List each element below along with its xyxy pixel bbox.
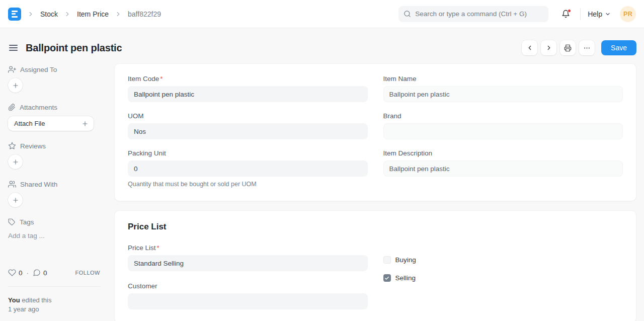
item-name-label: Item Name [383,75,623,83]
item-name-field: Item Name [383,75,623,102]
comment-icon [33,269,41,277]
tags-section: Tags Add a tag ... [8,218,100,239]
selling-checkbox-row[interactable]: Selling [383,274,623,282]
heart-icon [8,269,16,277]
uom-field: UOM [128,112,368,139]
required-marker: * [157,244,159,252]
search-icon [404,10,411,18]
attach-file-label: Attach File [14,120,45,127]
chevron-right-icon [545,44,552,51]
attachments-label: Attachments [20,104,57,111]
help-menu[interactable]: Help [588,10,611,18]
uom-input[interactable] [128,123,368,139]
tag-icon [8,218,16,226]
price-list-card: Price List Price List* Customer [114,210,636,321]
packing-unit-input[interactable] [128,160,368,177]
uom-label: UOM [128,112,368,120]
top-navbar: Stock Item Price baff822f29 Help [0,0,644,28]
dot-separator: · [27,269,29,277]
form-sidebar: Assigned To Attachments Attach File [8,63,100,321]
selling-checkbox[interactable] [383,274,391,282]
buying-checkbox[interactable] [383,256,391,264]
user-plus-icon [8,65,16,73]
comments-button[interactable]: 0 [33,269,47,277]
engagement-row: 0 · 0 FOLLOW [8,269,100,277]
item-name-input[interactable] [383,86,623,102]
notifications-button[interactable] [559,8,572,20]
attachments-section: Attachments Attach File [8,104,100,131]
price-list-field: Price List* [128,244,368,271]
app-logo[interactable] [8,8,21,21]
price-list-label: Price List* [128,244,368,252]
notification-dot [568,9,571,13]
brand-field: Brand [383,112,623,139]
price-list-input[interactable] [128,255,368,271]
brand-input[interactable] [383,123,623,139]
paperclip-icon [8,104,16,111]
reviews-label: Reviews [20,142,46,150]
brand-label: Brand [383,112,623,120]
selling-label: Selling [395,274,416,282]
attach-file-button[interactable]: Attach File [8,116,94,131]
search-input[interactable] [415,10,543,18]
sidebar-toggle-icon[interactable] [8,43,19,53]
avatar[interactable]: PR [620,6,636,22]
users-icon [8,180,16,188]
item-code-field: Item Code* [128,75,368,102]
plus-icon [12,158,19,166]
check-icon [384,276,389,281]
customer-field: Customer [128,282,368,309]
breadcrumb-item-price[interactable]: Item Price [77,10,109,18]
buying-label: Buying [395,256,416,264]
add-tag-input[interactable]: Add a tag ... [8,232,100,239]
packing-unit-field: Packing Unit Quantity that must be bough… [128,149,368,188]
tags-label: Tags [20,218,34,226]
content-area: Assigned To Attachments Attach File [0,63,644,321]
edited-when: 1 year ago [8,305,39,313]
customer-label: Customer [128,282,368,290]
like-button[interactable]: 0 [8,269,23,277]
help-label: Help [588,10,602,18]
plus-icon [82,120,89,127]
add-share-button[interactable] [8,193,23,207]
navbar-actions: Help PR [398,6,636,22]
chevron-right-icon [114,11,123,18]
ellipsis-icon [583,44,591,52]
star-icon [8,142,16,150]
item-description-input[interactable] [383,160,623,177]
page-title: Ballpoint pen plastic [26,42,122,54]
sidebar-divider [8,286,100,287]
navbar-divider [580,8,581,20]
breadcrumb-current-doc[interactable]: baff822f29 [128,10,161,18]
item-details-card: Item Code* Item Name UOM Brand [114,63,636,201]
likes-count: 0 [19,269,23,277]
chevron-right-icon [63,11,72,18]
follow-button[interactable]: FOLLOW [75,270,100,276]
form-main: Item Code* Item Name UOM Brand [114,63,636,321]
more-options-button[interactable] [579,40,595,55]
add-assignment-button[interactable] [8,78,23,93]
chevron-right-icon [26,11,35,18]
prev-document-button[interactable] [522,40,537,55]
save-button[interactable]: Save [601,40,636,55]
printer-icon [564,44,572,52]
next-document-button[interactable] [541,40,556,55]
item-code-input[interactable] [128,86,368,102]
shared-with-section: Shared With [8,180,100,207]
price-list-section-heading: Price List [128,222,623,232]
item-description-label: Item Description [383,149,623,157]
global-search[interactable] [398,6,548,22]
avatar-initials: PR [623,11,632,18]
item-description-field: Item Description [383,149,623,188]
print-button[interactable] [560,40,576,55]
breadcrumb-stock[interactable]: Stock [40,10,58,18]
customer-input[interactable] [128,293,368,309]
plus-icon [12,197,19,204]
breadcrumb: Stock Item Price baff822f29 [8,8,161,21]
edited-action: edited this [20,296,52,304]
packing-unit-help: Quantity that must be bought or sold per… [128,181,368,188]
chevron-left-icon [526,44,533,51]
shared-with-label: Shared With [20,181,57,188]
add-review-button[interactable] [8,154,23,169]
buying-checkbox-row[interactable]: Buying [383,256,623,264]
